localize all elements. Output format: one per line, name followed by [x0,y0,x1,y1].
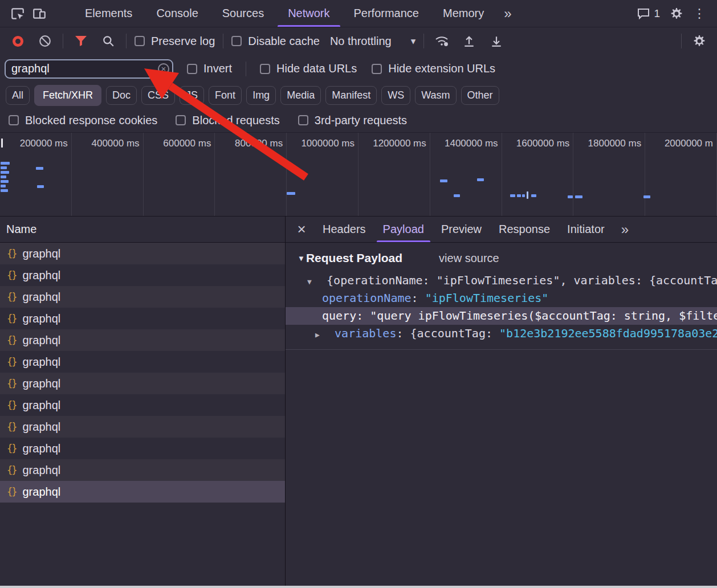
detail-tab-headers[interactable]: Headers [314,217,374,242]
tab-elements[interactable]: Elements [73,0,144,27]
throttling-value: No throttling [330,35,392,48]
export-har-button[interactable] [487,31,506,51]
tree-expander-icon[interactable]: ▶ [315,326,328,342]
payload-tree-row[interactable]: operationName: "ipFlowTimeseries" [286,289,717,307]
preserve-log-checkbox-group[interactable]: Preserve log [135,35,215,48]
disable-cache-checkbox[interactable] [231,36,242,46]
close-details-icon[interactable]: × [289,217,314,242]
payload-json-tree: ▼ {operationName: "ipFlowTimeseries", va… [286,272,717,342]
clear-icon [39,35,51,47]
filter-toggle-button[interactable] [71,31,91,51]
request-row[interactable]: {} graphql [0,329,285,351]
filter-chip-font[interactable]: Font [209,86,242,105]
request-row[interactable]: {} graphql [0,481,285,503]
checkbox-group-blocked-response-cookies[interactable]: Blocked response cookies [9,114,157,127]
section-expander-icon[interactable]: ▼ [298,254,305,263]
network-settings-gear-icon[interactable] [690,31,709,51]
tab-memory[interactable]: Memory [431,0,496,27]
invert-checkbox-group[interactable]: Invert [187,62,232,75]
search-icon [102,35,115,47]
import-har-button[interactable] [459,31,479,51]
checkbox-group-3rd-party-requests[interactable]: 3rd-party requests [298,114,407,127]
filter-chip-ws[interactable]: WS [381,86,410,105]
upload-icon [463,35,475,47]
record-network-log-button[interactable] [8,31,27,51]
json-braces-icon: {} [7,291,16,303]
waterfall-bar [1,175,6,178]
filter-chip-media[interactable]: Media [280,86,321,105]
hide-data-urls-checkbox[interactable] [260,64,270,74]
customize-devtools-icon[interactable]: ⋮ [687,6,711,21]
hide-extension-urls-checkbox-group[interactable]: Hide extension URLs [372,62,495,75]
hide-extension-urls-checkbox[interactable] [372,64,382,74]
filter-chip-doc[interactable]: Doc [106,86,137,105]
clear-filter-icon[interactable]: × [158,63,169,75]
request-row[interactable]: {} graphql [0,394,285,416]
filter-chip-js[interactable]: JS [180,86,204,105]
filter-chip-other[interactable]: Other [461,86,499,105]
waterfall-bar [477,178,484,181]
request-row[interactable]: {} graphql [0,286,285,308]
json-braces-icon: {} [7,248,16,259]
name-column-header[interactable]: Name [0,217,285,243]
checkbox-group-blocked-requests[interactable]: Blocked requests [176,114,279,127]
json-braces-icon: {} [7,334,16,346]
console-messages-button[interactable]: 1 [632,7,666,20]
waterfall-bar [517,194,521,197]
payload-tree-row[interactable]: ▼ {operationName: "ipFlowTimeseries", va… [286,272,717,289]
tab-network[interactable]: Network [276,0,341,27]
filter-chip-manifest[interactable]: Manifest [325,86,377,105]
filter-chip-all[interactable]: All [6,86,30,105]
device-toolbar-icon[interactable] [28,3,50,24]
section-title: Request Payload [306,251,402,265]
checkbox[interactable] [298,115,308,125]
checkbox[interactable] [176,115,186,125]
request-row[interactable]: {} graphql [0,308,285,329]
request-rows: {} graphql {} graphql {} graphql {} grap… [0,243,285,586]
throttling-select[interactable]: No throttling ▾ [330,35,415,48]
request-row[interactable]: {} graphql [0,438,285,459]
filter-chip-wasm[interactable]: Wasm [415,86,456,105]
request-row[interactable]: {} graphql [0,351,285,373]
hide-data-urls-checkbox-group[interactable]: Hide data URLs [260,62,357,75]
detail-tab-payload[interactable]: Payload [374,217,433,242]
waterfall-overview[interactable]: 200000 ms 400000 ms 600000 ms 800000 ms … [0,132,717,217]
payload-tree-row[interactable]: ▶ variables: {accountTag: "b12e3b2192ee5… [286,325,717,342]
request-row[interactable]: {} graphql [0,459,285,481]
invert-checkbox[interactable] [187,64,197,74]
settings-gear-icon[interactable] [666,3,687,24]
waterfall-bar [1,180,9,183]
clear-network-log-button[interactable] [35,31,55,51]
inspect-element-icon[interactable] [7,3,28,24]
checkbox[interactable] [9,115,19,125]
filter-input-wrap: × [5,59,173,79]
waterfall-bar [1,166,7,169]
request-row[interactable]: {} graphql [0,373,285,394]
request-row[interactable]: {} graphql [0,416,285,438]
filter-chip-fetch-xhr[interactable]: Fetch/XHR [34,85,101,106]
view-source-link[interactable]: view source [439,252,499,265]
request-row[interactable]: {} graphql [0,264,285,286]
tab-sources[interactable]: Sources [210,0,276,27]
more-detail-tabs-icon[interactable]: » [613,217,637,242]
detail-tab-initiator[interactable]: Initiator [559,217,613,242]
filter-input[interactable] [5,59,173,79]
tab-performance[interactable]: Performance [342,0,431,27]
payload-tree-row[interactable]: query: "query ipFlowTimeseries($accountT… [286,307,717,325]
filter-chip-css[interactable]: CSS [141,86,175,105]
detail-tab-preview[interactable]: Preview [433,217,490,242]
disable-cache-checkbox-group[interactable]: Disable cache [231,35,320,48]
search-button[interactable] [99,31,118,51]
preserve-log-checkbox[interactable] [135,36,145,46]
tab-console[interactable]: Console [144,0,210,27]
gear-icon [692,34,706,48]
detail-tab-response[interactable]: Response [490,217,559,242]
tree-expander-icon[interactable]: ▼ [307,273,320,289]
settings-gear-icon [670,7,683,21]
more-panels-icon[interactable]: » [496,0,519,27]
network-conditions-button[interactable] [432,31,451,51]
filter-chip-img[interactable]: Img [246,86,276,105]
request-row[interactable]: {} graphql [0,243,285,264]
waterfall-bars-layer [0,133,717,216]
divider [246,62,246,76]
